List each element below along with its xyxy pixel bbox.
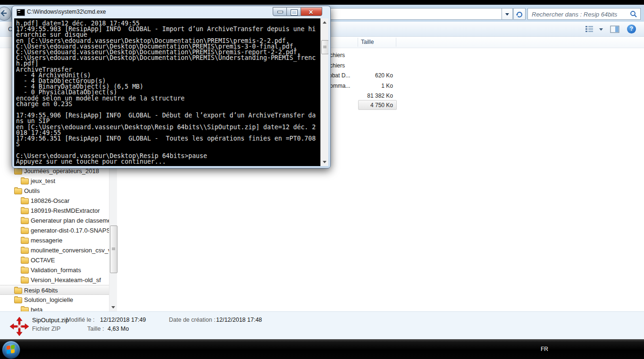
- cmd-window: C:\Windows\system32\cmd.exe ✕ h.pdf] dat…: [12, 6, 331, 168]
- console-output: h.pdf] date=12 déc. 2018 17:49:55 17:49:…: [16, 21, 316, 165]
- maximize-icon: [291, 10, 297, 15]
- folder-icon: [21, 218, 29, 224]
- column-separator[interactable]: [396, 38, 396, 47]
- file-size: 620 Ko: [327, 72, 393, 79]
- file-row[interactable]: fichiers: [327, 50, 398, 60]
- tree-item[interactable]: jeux_test: [0, 176, 109, 186]
- folder-icon: [21, 208, 29, 214]
- tree-item-label: Generateur plan de classement: [31, 217, 109, 224]
- column-header-taille[interactable]: Taille: [361, 39, 374, 45]
- tree-item[interactable]: 180826-Oscar: [0, 196, 109, 206]
- cmd-title-bar[interactable]: C:\Windows\system32\cmd.exe ✕: [12, 6, 330, 18]
- folder-icon: [21, 238, 29, 244]
- tree-item[interactable]: Solution_logicielle: [0, 295, 109, 305]
- folder-icon: [14, 297, 22, 303]
- desktop: C ? Taille: [0, 0, 644, 359]
- tree-item[interactable]: Validation_formats: [0, 265, 109, 275]
- window-controls: ✕: [273, 7, 322, 16]
- folder-icon: [21, 258, 29, 264]
- scrollbar-grip: [112, 248, 115, 248]
- search-input[interactable]: [531, 9, 627, 19]
- folder-icon: [14, 288, 22, 294]
- preview-pane-button[interactable]: [610, 25, 619, 33]
- tree-item[interactable]: messagerie: [0, 235, 109, 245]
- folder-icon: [21, 267, 29, 274]
- search-icon[interactable]: [630, 10, 637, 18]
- file-size: 4 750 Ko: [327, 102, 393, 109]
- search-box: [527, 8, 641, 20]
- tree-item[interactable]: Outils: [0, 186, 109, 196]
- taskbar: FR 17:51 12/12/2018: [0, 339, 644, 359]
- details-file-name: SipOutput.zip: [32, 317, 69, 324]
- tree-item-label: Journées_operateurs_2018: [24, 167, 99, 175]
- minimize-icon: [277, 11, 283, 13]
- console-line: 17:49:55.906 [ResipApp] INFO GLOBAL - Dé…: [16, 113, 316, 118]
- tree-item-label: Solution_logicielle: [24, 296, 73, 303]
- folder-icon: [21, 248, 29, 254]
- move-arrows-icon: [9, 317, 29, 336]
- close-button[interactable]: ✕: [301, 7, 322, 16]
- back-button[interactable]: [0, 7, 11, 21]
- file-row[interactable]: fichiers: [327, 61, 398, 70]
- change-view-button[interactable]: [585, 25, 605, 34]
- scrollbar-thumb[interactable]: [321, 40, 328, 54]
- console-scrollbar[interactable]: [320, 18, 328, 166]
- tree-item-label: Resip 64bits: [24, 287, 58, 294]
- tree-item-label: messagerie: [31, 237, 62, 244]
- file-size: 81 382 Ko: [327, 92, 393, 99]
- tree-item-label: 180826-Oscar: [31, 197, 69, 204]
- tree-item-label: Version_Hexateam-old_sf: [31, 276, 101, 284]
- cmd-window-title: C:\Windows\system32\cmd.exe: [27, 8, 106, 15]
- start-button[interactable]: [2, 341, 20, 359]
- refresh-icon: [516, 10, 523, 17]
- tree-item[interactable]: generator-dist-0.17.0-SNAPSHO: [0, 225, 109, 235]
- console-line: Appuyez sur une touche pour continuer...: [16, 159, 316, 165]
- scrollbar-grip: [323, 46, 326, 46]
- column-separator[interactable]: [358, 38, 358, 47]
- tree-item-selected[interactable]: Resip 64bits: [0, 285, 109, 295]
- tree-item[interactable]: Generateur plan de classement: [0, 216, 109, 225]
- size-value: 4,63 Mo: [108, 326, 129, 332]
- maximize-button[interactable]: [287, 7, 301, 16]
- minimize-button[interactable]: [273, 7, 287, 16]
- tree-item[interactable]: OCTAVE: [0, 255, 109, 265]
- file-row-selected[interactable]: 4 750 Ko: [327, 100, 398, 110]
- console-line: chargé en 0.23S: [16, 101, 316, 107]
- details-pane: SipOutput.zip Modifié le : 12/12/2018 17…: [0, 311, 644, 339]
- views-icon: [585, 25, 594, 33]
- tree-item-label: OCTAVE: [31, 257, 55, 264]
- chevron-down-icon: [599, 28, 603, 31]
- chevron-down-icon: [505, 13, 509, 16]
- scroll-up-icon[interactable]: [323, 21, 326, 24]
- details-file-type: Fichier ZIP: [32, 326, 60, 332]
- help-button[interactable]: ?: [627, 25, 636, 33]
- scroll-down-icon[interactable]: [323, 161, 326, 163]
- back-arrow-icon: [0, 10, 8, 17]
- file-row[interactable]: n81 382 Ko: [327, 91, 398, 100]
- folder-icon: [21, 178, 29, 184]
- address-dropdown-button[interactable]: [502, 8, 513, 20]
- size-label: Taille :: [87, 326, 104, 332]
- refresh-button[interactable]: [513, 8, 526, 20]
- tree-item-label: Validation_formats: [31, 267, 81, 274]
- tree-item[interactable]: Version_Hexateam-old_sf: [0, 275, 109, 285]
- scrollbar-thumb[interactable]: [110, 225, 117, 273]
- tree-item[interactable]: moulinette_conversion_csv_vali: [0, 245, 109, 255]
- close-icon: ✕: [309, 9, 313, 16]
- tree-item-label: Outils: [24, 187, 40, 194]
- cmd-icon: [17, 9, 25, 16]
- language-indicator[interactable]: FR: [541, 346, 548, 352]
- created-value: 12/12/2018 17:48: [216, 317, 262, 323]
- folder-icon: [21, 228, 29, 234]
- tree-item[interactable]: 180919-RestMDExtractor: [0, 206, 109, 216]
- folder-icon: [14, 188, 22, 194]
- file-size: 1 Ko: [327, 83, 393, 89]
- modified-label: Modifié le :: [66, 317, 94, 323]
- scroll-down-icon[interactable]: [111, 306, 115, 309]
- modified-value: 12/12/2018 17:49: [100, 317, 146, 323]
- file-row[interactable]: robat D...620 Ko: [327, 71, 398, 80]
- console-area: h.pdf] date=12 déc. 2018 17:49:55 17:49:…: [14, 18, 328, 166]
- tree-item-label: moulinette_conversion_csv_vali: [31, 247, 109, 254]
- folder-icon: [21, 198, 29, 204]
- file-row[interactable]: comma...1 Ko: [327, 81, 398, 91]
